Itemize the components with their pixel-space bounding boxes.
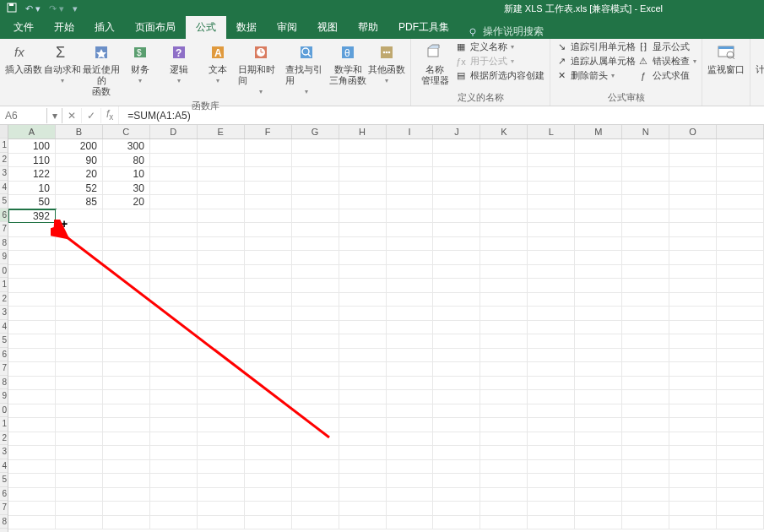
cell[interactable] [245, 488, 292, 502]
col-header[interactable]: H [339, 125, 387, 138]
cell[interactable] [198, 474, 245, 488]
row-header[interactable]: 7 [0, 361, 8, 376]
cell[interactable] [198, 446, 245, 460]
cell[interactable] [480, 139, 528, 154]
redo-icon[interactable]: ↷ ▾ [49, 3, 64, 14]
cell[interactable] [292, 349, 339, 363]
cell[interactable] [339, 418, 387, 432]
cell[interactable] [575, 404, 622, 419]
tab-file[interactable]: 文件 [3, 16, 44, 39]
cell[interactable] [8, 321, 56, 335]
formula-input[interactable]: =SUM(A1:A5) [119, 108, 764, 123]
cell[interactable] [198, 488, 245, 502]
cell[interactable] [245, 362, 292, 377]
col-header[interactable] [717, 125, 764, 138]
cell[interactable] [103, 349, 150, 363]
col-header[interactable]: I [387, 125, 434, 138]
cell[interactable] [387, 516, 434, 530]
cell[interactable] [245, 334, 292, 349]
cell[interactable] [103, 293, 150, 307]
row-header[interactable]: 7 [0, 222, 8, 236]
cell[interactable] [669, 502, 717, 516]
row-header[interactable]: 8 [0, 376, 8, 390]
cell[interactable] [339, 195, 387, 209]
cell[interactable] [669, 223, 717, 237]
cell[interactable] [150, 307, 198, 321]
calc-options-button[interactable]: 计算选项 ▾ [756, 41, 764, 86]
cell[interactable] [387, 321, 434, 335]
row-header[interactable]: 2 [0, 432, 8, 446]
row-header[interactable]: 4 [0, 181, 8, 195]
cell[interactable] [339, 154, 387, 168]
cell[interactable] [622, 265, 669, 280]
cell[interactable] [292, 432, 339, 447]
cell[interactable] [56, 390, 103, 404]
name-manager-button[interactable]: 名称 管理器 [416, 41, 453, 86]
row-header[interactable]: 9 [0, 250, 8, 264]
row-header[interactable]: 3 [0, 166, 8, 181]
cell[interactable] [150, 349, 198, 363]
cell[interactable] [717, 237, 764, 252]
cell[interactable] [575, 265, 622, 280]
cell[interactable] [245, 154, 292, 168]
cell[interactable] [245, 418, 292, 432]
cell[interactable] [717, 167, 764, 182]
cell[interactable] [717, 251, 764, 265]
cell-C2[interactable]: 80 [103, 154, 150, 168]
cell[interactable] [622, 237, 669, 252]
cell[interactable] [669, 446, 717, 460]
cell[interactable] [103, 209, 150, 224]
cell[interactable] [56, 404, 103, 419]
cell[interactable] [150, 209, 198, 224]
cell[interactable] [339, 516, 387, 530]
cell[interactable] [245, 404, 292, 419]
create-from-sel-button[interactable]: ▤根据所选内容创建 [455, 69, 545, 82]
cell[interactable] [339, 182, 387, 196]
row-header[interactable]: 3 [0, 445, 8, 459]
cell[interactable] [717, 265, 764, 280]
cell[interactable] [717, 195, 764, 209]
cell[interactable] [387, 377, 434, 391]
cell[interactable] [198, 460, 245, 475]
cell[interactable] [480, 404, 528, 419]
cell[interactable] [198, 404, 245, 419]
cell[interactable] [56, 474, 103, 488]
cell[interactable] [387, 209, 434, 224]
cell[interactable] [575, 362, 622, 377]
lookup-button[interactable]: 查找与引用 ▾ [285, 41, 328, 97]
math-button[interactable]: θ 数学和 三角函数 [329, 41, 366, 86]
cell[interactable] [387, 432, 434, 447]
qat-dropdown-icon[interactable]: ▾ [73, 3, 78, 14]
row-header[interactable]: 4 [0, 320, 8, 334]
cell[interactable] [387, 265, 434, 280]
cell[interactable] [198, 349, 245, 363]
cell[interactable] [56, 362, 103, 377]
cell[interactable] [433, 223, 480, 237]
row-header[interactable]: 1 [0, 138, 8, 153]
cell[interactable] [669, 362, 717, 377]
cell[interactable] [198, 362, 245, 377]
cell[interactable] [669, 209, 717, 224]
cell[interactable] [387, 167, 434, 182]
cell[interactable] [528, 307, 575, 321]
cell-C1[interactable]: 300 [103, 139, 150, 154]
cell[interactable] [292, 334, 339, 349]
row-header[interactable]: 6 [0, 348, 8, 362]
cell[interactable] [339, 377, 387, 391]
cell[interactable] [292, 237, 339, 252]
undo-icon[interactable]: ↶ ▾ [25, 3, 41, 14]
evaluate-formula-button[interactable]: ƒ公式求值 [637, 69, 696, 82]
cell[interactable] [575, 488, 622, 502]
cell[interactable] [56, 237, 103, 252]
tab-formulas[interactable]: 公式 [186, 16, 226, 39]
cell[interactable] [198, 307, 245, 321]
tab-view[interactable]: 视图 [307, 16, 348, 39]
cell[interactable] [622, 139, 669, 154]
cell[interactable] [56, 502, 103, 516]
cell[interactable] [528, 334, 575, 349]
cell[interactable] [103, 404, 150, 419]
cell[interactable] [622, 349, 669, 363]
cell[interactable] [669, 349, 717, 363]
cell[interactable] [245, 223, 292, 237]
cell-C4[interactable]: 30 [103, 182, 150, 196]
